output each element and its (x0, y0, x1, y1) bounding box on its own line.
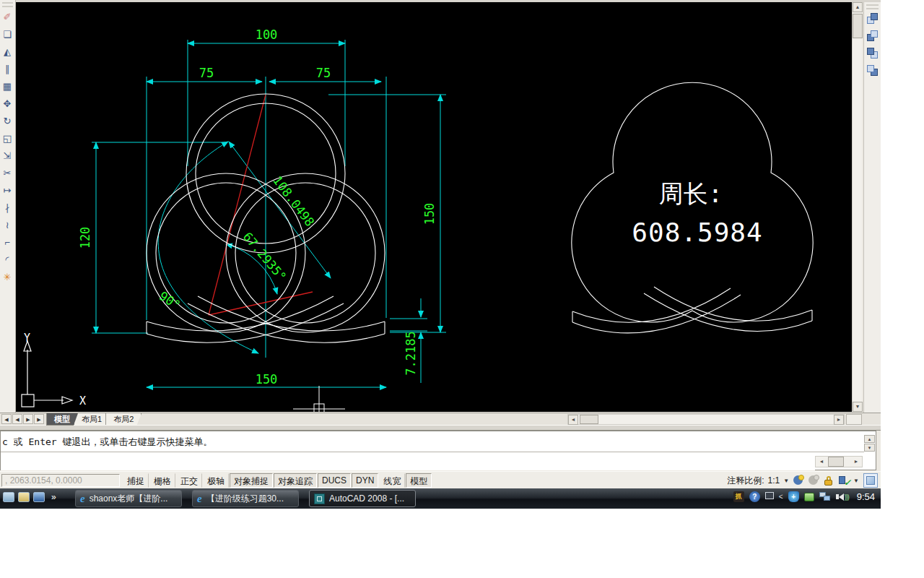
array-icon[interactable]: ▦ (0, 78, 14, 95)
tab-nav-prev-icon[interactable]: ◀ (12, 414, 22, 424)
tray-app-icon[interactable]: 抓 (733, 491, 744, 502)
tray-help-icon[interactable]: ? (749, 491, 760, 502)
toolbar-grip[interactable] (2, 2, 13, 7)
scroll-left-icon[interactable]: ◄ (568, 415, 578, 425)
scale-icon[interactable]: ◱ (0, 130, 14, 147)
quicklaunch-overflow-icon[interactable]: » (51, 492, 56, 502)
media-player-icon[interactable] (33, 492, 45, 502)
clock[interactable]: 9:54 (857, 491, 875, 502)
move-icon[interactable]: ✥ (0, 95, 14, 113)
taskbar-button-autocad[interactable]: AutoCAD 2008 - [... (309, 490, 416, 507)
annotation-scale-dropdown-icon[interactable]: ▼ (783, 478, 789, 484)
taskbar-button-browser-1[interactable]: e shaonx老师【进阶... (75, 490, 182, 507)
erase-icon[interactable]: ✐ (0, 9, 14, 26)
dim-right-height: 150 (422, 203, 437, 225)
status-menu-dropdown-icon[interactable]: ▼ (853, 478, 859, 484)
annotation-autoscale-icon[interactable] (808, 475, 819, 486)
send-under-objects-icon[interactable] (865, 63, 881, 79)
toolbar-grip[interactable] (866, 4, 879, 9)
internet-explorer-icon: e (197, 493, 202, 505)
toolbar-lock-icon[interactable] (823, 475, 834, 486)
canvas-vscrollbar[interactable]: ▲ ▼ (852, 2, 862, 412)
tray-collapse-icon[interactable]: < (779, 493, 783, 501)
send-to-back-icon[interactable] (865, 28, 881, 45)
autocad-window: ✐ ❏ ◭ ∥ ▦ ✥ ↻ ◱ ⇲ ✂ ↦ ∤ ≀ ⌐ ◜ ✳ (0, 0, 881, 509)
tab-nav-next-icon[interactable]: ▶ (23, 414, 33, 424)
tab-layout1[interactable]: 布局1 (74, 413, 110, 426)
dim-bottom-width: 150 (256, 372, 278, 387)
show-desktop-icon[interactable] (3, 492, 14, 502)
vscroll-thumb[interactable] (853, 14, 863, 38)
model-canvas[interactable]: Y X 100 75 75 150 120 150 7.2185 90° 108… (16, 2, 852, 412)
copy-icon[interactable]: ❏ (0, 26, 14, 43)
clean-screen-button[interactable] (863, 473, 878, 488)
command-window: c 或 Enter 键退出，或单击右键显示快捷菜单。 ▲ ▼ ◄ ► (0, 431, 876, 470)
grid-toggle[interactable]: 栅格 (149, 473, 175, 488)
bring-above-objects-icon[interactable] (865, 46, 881, 62)
autocad-icon (314, 493, 325, 504)
command-splitter[interactable] (0, 425, 881, 431)
scroll-up-icon[interactable]: ▲ (864, 435, 875, 443)
annotation-scale-value[interactable]: 1:1 (767, 475, 780, 486)
perimeter-text: 周长: 608.5984 (632, 179, 762, 247)
extend-icon[interactable]: ↦ (0, 182, 14, 199)
scroll-down-icon[interactable]: ▼ (853, 402, 863, 412)
layout-tab-bar: ◀ ◀ ▶ ▶ 模型 布局1 布局2 ◄ ► (0, 413, 881, 425)
volume-icon[interactable]: ))) (836, 493, 849, 501)
taskbar-button-browser-2[interactable]: e 【进阶级练习题30... (192, 490, 299, 507)
screen: { "drawing": { "dims": { "top_width": "1… (0, 0, 924, 578)
break-icon[interactable]: ≀ (0, 217, 14, 234)
annotation-visibility-icon[interactable] (793, 475, 804, 486)
explorer-icon[interactable] (18, 492, 30, 502)
network-icon[interactable] (819, 492, 831, 501)
drawing-svg: Y X 100 75 75 150 120 150 7.2185 90° 108… (16, 2, 852, 412)
tab-nav-last-icon[interactable]: ▶ (34, 414, 44, 424)
ucs-y-label: Y (24, 332, 30, 345)
dim-left-half: 75 (199, 66, 214, 80)
hscroll-thumb[interactable] (580, 415, 598, 424)
osnap-toggle[interactable]: 对象捕捉 (230, 473, 273, 488)
scroll-left-icon[interactable]: ◄ (816, 457, 827, 467)
annotation-sync-icon[interactable]: ✓ (838, 475, 850, 486)
tab-layout2[interactable]: 布局2 (105, 413, 141, 426)
tab-nav-first-icon[interactable]: ◀ (1, 414, 12, 424)
polar-toggle[interactable]: 极轴 (203, 473, 229, 488)
dyn-toggle[interactable]: DYN (352, 473, 378, 488)
explode-icon[interactable]: ✳ (0, 269, 14, 286)
lineweight-toggle[interactable]: 线宽 (379, 473, 405, 488)
perimeter-label: 周长: (659, 179, 723, 208)
cmd-hscroll-thumb[interactable] (828, 457, 844, 467)
model-space-toggle[interactable]: 模型 (406, 473, 432, 488)
security-shield-icon[interactable]: + (788, 491, 799, 502)
bring-to-front-icon[interactable] (865, 11, 881, 27)
command-vscrollbar[interactable]: ▲ ▼ (864, 435, 875, 452)
scroll-down-icon[interactable]: ▼ (864, 444, 875, 452)
snap-toggle[interactable]: 捕捉 (123, 473, 149, 488)
scroll-up-icon[interactable]: ▲ (853, 2, 863, 12)
fillet-icon[interactable]: ◜ (0, 251, 14, 269)
command-input[interactable] (1, 453, 815, 470)
dim-angle-67: 67.2935° (240, 229, 289, 284)
trim-icon[interactable]: ✂ (0, 165, 14, 182)
ducs-toggle[interactable]: DUCS (318, 473, 351, 488)
stretch-icon[interactable]: ⇲ (0, 147, 14, 165)
tab-model[interactable]: 模型 (46, 413, 78, 426)
chamfer-icon[interactable]: ⌐ (0, 234, 14, 251)
battery-icon[interactable] (804, 493, 814, 501)
otrack-toggle[interactable]: 对象追踪 (274, 473, 317, 488)
canvas-hscrollbar[interactable]: ◄ ► (567, 414, 845, 425)
scrollbar-corner (846, 414, 862, 425)
scroll-right-icon[interactable]: ► (851, 457, 861, 467)
ortho-toggle[interactable]: 正交 (176, 473, 202, 488)
task-label: AutoCAD 2008 - [... (329, 493, 404, 504)
offset-icon[interactable]: ∥ (0, 61, 14, 78)
mirror-icon[interactable]: ◭ (0, 43, 14, 61)
rotate-icon[interactable]: ↻ (0, 113, 14, 130)
command-hscrollbar[interactable]: ◄ ► (815, 456, 863, 467)
crosshair-cursor[interactable] (293, 386, 345, 412)
dim-left-height: 120 (78, 227, 92, 249)
scroll-right-icon[interactable]: ► (834, 415, 844, 425)
quick-launch: » (3, 492, 56, 502)
break-at-point-icon[interactable]: ∤ (0, 199, 14, 217)
tray-window-icon[interactable] (765, 492, 774, 499)
